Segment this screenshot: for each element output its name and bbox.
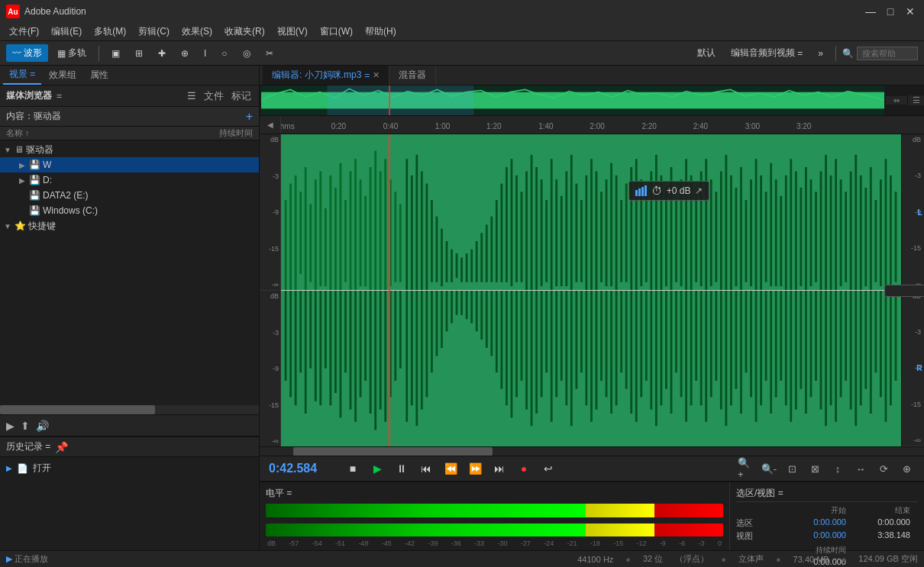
svg-rect-45 [470,250,473,282]
menu-effects[interactable]: 效果(S) [176,24,218,40]
volume-icon[interactable]: 🔊 [36,420,49,432]
next-button[interactable]: ⏭ [490,459,509,478]
rewind-button[interactable]: ⏪ [441,459,460,478]
toolbar-icon-6[interactable]: ○ [215,46,233,61]
toolbar-icon-8[interactable]: ✂ [260,46,279,61]
menu-edit[interactable]: 编辑(E) [45,24,88,40]
svg-rect-252 [890,291,892,406]
prev-button[interactable]: ⏮ [417,459,435,478]
svg-rect-232 [790,291,792,422]
editor-tab-mixer[interactable]: 混音器 [389,66,436,85]
tree-scrollbar[interactable] [0,405,259,414]
stop-button[interactable]: ■ [344,459,362,478]
svg-rect-224 [750,291,752,398]
menu-favorites[interactable]: 收藏夹(R) [218,24,271,40]
toolbar-more-button[interactable]: » [812,46,829,61]
overview-waveform[interactable] [261,85,884,115]
zoom-fit-icon[interactable]: ⊠ [806,460,823,477]
tab-view[interactable]: 视景 = [3,66,41,85]
tree-item-e[interactable]: 💾 DATA2 (E:) [0,188,259,203]
scale-51: -51 [335,540,345,547]
forward-button[interactable]: ⏩ [466,459,484,478]
svg-rect-65 [570,155,573,291]
maximize-button[interactable]: □ [883,4,898,19]
tree-item-drives[interactable]: ▼ 🖥 驱动器 [0,142,259,157]
tab-effects[interactable]: 效果组 [43,66,82,84]
play-icon[interactable]: ▶ [6,420,15,432]
tab-properties[interactable]: 属性 [84,66,115,84]
svg-rect-112 [805,167,807,290]
view-start: 0:00.000 [785,530,846,542]
menu-help[interactable]: 帮助(H) [359,24,402,40]
waveform-main[interactable]: dB -3 -9 -15 -∞ dB -3 -9 -15 -∞ [260,134,924,446]
editor-tab-wave[interactable]: 编辑器: 小刀妈咪.mp3 = ✕ [263,66,389,85]
play-button[interactable]: ▶ [368,459,386,478]
scale-9: -9 [660,540,666,547]
gain-expand-icon[interactable]: ↗ [695,185,703,196]
media-browser-menu-icon[interactable]: ☰ [186,89,198,103]
edit-video-button[interactable]: 编辑音频到视频 = [725,44,809,62]
svg-rect-74 [615,176,618,291]
menu-multitrack[interactable]: 多轨(M) [88,24,132,40]
svg-rect-188 [570,291,573,427]
tree-item-w[interactable]: ▶ 💾 W [0,157,259,172]
overview-menu-icon[interactable]: ☰ [907,95,924,105]
loop-button[interactable]: ↩ [539,459,557,478]
minimize-button[interactable]: — [863,4,878,19]
zoom-selection-icon[interactable]: ⊡ [783,460,800,477]
add-content-button[interactable]: + [246,110,253,124]
svg-rect-23 [360,179,362,286]
menu-file[interactable]: 文件(F) [3,24,45,40]
toolbar-icon-5[interactable]: I [198,46,212,61]
editor-tab-close[interactable]: ✕ [373,70,380,80]
toolbar-icon-2[interactable]: ⊞ [129,46,149,61]
svg-rect-114 [815,192,817,282]
ruler-220: 2:20 [641,122,656,130]
zoom-extra-icon[interactable]: ⊕ [898,460,915,477]
toolbar-icon-4[interactable]: ⊕ [175,46,195,61]
svg-rect-139 [325,291,327,369]
toolbar-icon-3[interactable]: ✚ [152,46,172,61]
scale-channel-L: dB -3 -9 -15 -∞ L [902,134,924,291]
multitrack-mode-button[interactable]: ▦ 多轨 [51,44,92,62]
vertical-scroll[interactable] [884,285,924,297]
svg-rect-214 [700,291,703,406]
record-button[interactable]: ● [515,459,533,478]
waveform-overview[interactable]: ⇔ ☰ [260,85,924,116]
toolbar-icon-7[interactable]: ◎ [237,46,257,61]
svg-rect-49 [490,217,493,282]
tree-item-quick[interactable]: ▼ ⭐ 快捷键 [0,218,259,234]
waveform-scrollbar[interactable] [260,446,924,456]
media-browser-file-tab[interactable]: 文件 [202,88,225,105]
svg-rect-190 [580,291,583,373]
close-button[interactable]: ✕ [903,4,918,19]
waveform-mode-button[interactable]: 〰 波形 [6,44,48,62]
toolbar-icon-1[interactable]: ▣ [105,46,126,61]
svg-rect-166 [460,291,463,315]
waveform-canvas[interactable]: ⏱ +0 dB ↗ [281,134,901,446]
pause-button[interactable]: ⏸ [393,459,411,478]
zoom-h-icon[interactable]: ↔ [852,460,869,477]
menu-window[interactable]: 窗口(W) [314,24,359,40]
status-playing: ▶ 正在播放 [6,553,48,565]
menu-view[interactable]: 视图(V) [271,24,314,40]
history-title: 历史记录 = [6,440,50,453]
tree-item-d[interactable]: ▶ 💾 D: [0,172,259,188]
zoom-in-icon[interactable]: 🔍+ [738,460,754,477]
tree-item-c[interactable]: 💾 Windows (C:) [0,203,259,218]
ruler-side: ◀ [260,116,281,134]
svg-rect-99 [740,167,742,290]
media-browser-mark-tab[interactable]: 标记 [230,88,253,105]
waveform-svg [281,134,901,446]
menu-clip[interactable]: 剪辑(C) [132,24,176,40]
zoom-vertical-icon[interactable]: ↕ [829,460,846,477]
scroll-thumb[interactable] [293,447,493,456]
svg-rect-137 [315,291,317,401]
scale-39: -39 [428,540,438,547]
export-icon[interactable]: ⬆ [21,420,30,432]
svg-rect-203 [645,291,648,381]
search-input[interactable] [857,47,918,60]
svg-rect-106 [775,179,777,286]
zoom-reset-icon[interactable]: ⟳ [875,460,892,477]
zoom-out-icon[interactable]: 🔍- [761,460,777,477]
